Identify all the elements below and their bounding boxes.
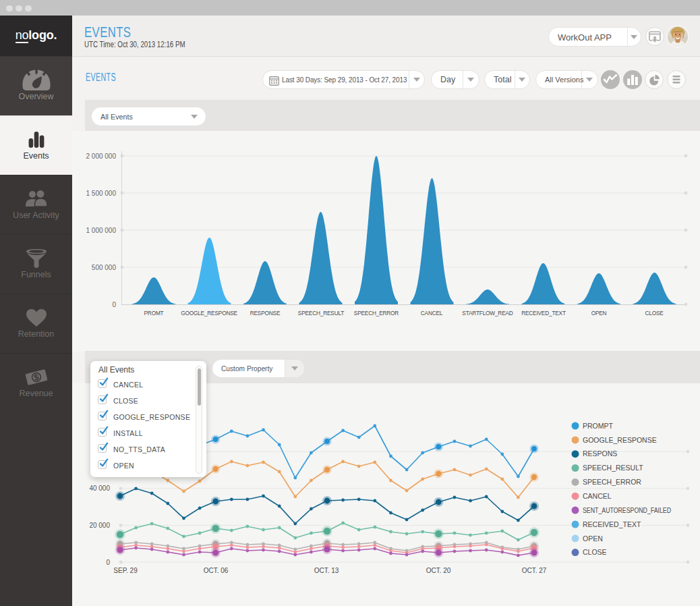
svg-text:SEP. 29: SEP. 29 bbox=[113, 567, 138, 574]
svg-text:SPEECH_ERROR: SPEECH_ERROR bbox=[354, 310, 399, 316]
svg-text:RECEIVED_TEXT: RECEIVED_TEXT bbox=[583, 520, 641, 528]
svg-text:CANCEL: CANCEL bbox=[583, 492, 612, 500]
svg-text:1 500 000: 1 500 000 bbox=[86, 190, 117, 197]
svg-text:1 000 000: 1 000 000 bbox=[86, 227, 117, 234]
svg-text:CANCEL: CANCEL bbox=[421, 310, 443, 316]
svg-text:PROMT: PROMT bbox=[144, 310, 164, 316]
svg-text:CLOSE: CLOSE bbox=[645, 310, 664, 316]
svg-text:0: 0 bbox=[106, 559, 110, 566]
svg-text:STARTFLOW_READ: STARTFLOW_READ bbox=[462, 310, 513, 316]
svg-text:OCT. 06: OCT. 06 bbox=[204, 567, 229, 574]
svg-text:RESPONS: RESPONS bbox=[583, 449, 617, 458]
svg-text:PROMPT: PROMPT bbox=[583, 422, 614, 430]
svg-text:SPEECH_ERROR: SPEECH_ERROR bbox=[583, 478, 641, 486]
svg-text:0: 0 bbox=[112, 301, 116, 308]
svg-text:40 000: 40 000 bbox=[89, 485, 110, 492]
svg-text:GOOGLE_RESPONSE: GOOGLE_RESPONSE bbox=[181, 310, 237, 316]
svg-text:RESPONSE: RESPONSE bbox=[250, 310, 281, 316]
svg-text:OPEN: OPEN bbox=[583, 534, 603, 543]
svg-text:2 000 000: 2 000 000 bbox=[86, 153, 117, 160]
svg-text:500 000: 500 000 bbox=[92, 264, 117, 271]
svg-text:SENT_AUTORESPOND_FAILED: SENT_AUTORESPOND_FAILED bbox=[583, 506, 671, 514]
svg-text:SPEECH_RESULT: SPEECH_RESULT bbox=[298, 310, 344, 316]
svg-text:SPEECH_RESULT: SPEECH_RESULT bbox=[583, 464, 643, 472]
svg-text:OCT. 13: OCT. 13 bbox=[314, 567, 339, 574]
svg-text:CLOSE: CLOSE bbox=[583, 548, 607, 556]
svg-text:OCT. 27: OCT. 27 bbox=[522, 567, 547, 574]
svg-text:RECEIVED_TEXT: RECEIVED_TEXT bbox=[521, 310, 566, 316]
svg-text:GOOGLE_RESPONSE: GOOGLE_RESPONSE bbox=[583, 436, 657, 444]
svg-text:OPEN: OPEN bbox=[591, 310, 607, 316]
svg-text:20 000: 20 000 bbox=[89, 522, 110, 529]
svg-text:OCT. 20: OCT. 20 bbox=[426, 567, 451, 574]
